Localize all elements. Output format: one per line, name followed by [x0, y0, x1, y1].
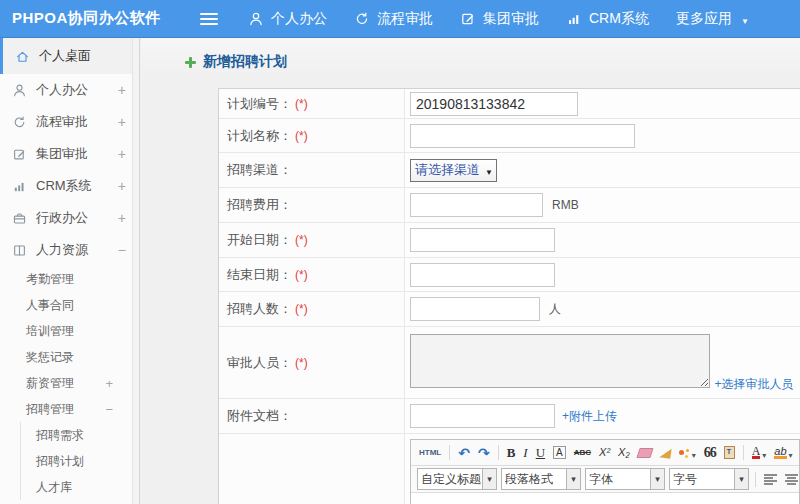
approver-textarea[interactable] — [410, 334, 710, 388]
field-label: 附件文档： — [227, 407, 292, 425]
topnav-item-label: 更多应用 — [676, 10, 732, 28]
select-arrow-icon[interactable] — [734, 469, 748, 489]
plan-number-input[interactable] — [410, 92, 578, 116]
editor-font-family-select[interactable]: 字体 — [585, 468, 665, 490]
topnav-item-group-approval[interactable]: 集团审批 — [460, 10, 539, 28]
expand-toggle-icon[interactable]: − — [118, 242, 126, 258]
select-value: 字体 — [586, 471, 650, 488]
form-row: 招聘人数： (*) 人 — [219, 292, 800, 327]
toolbar-separator — [755, 472, 756, 487]
editor-underline-button[interactable]: U — [533, 443, 548, 463]
approver-link[interactable]: +选择审批人员 — [714, 376, 793, 393]
editor-source-code-button[interactable]: HTML — [416, 443, 444, 463]
editor-blockquote-button[interactable]: 66 — [701, 443, 719, 463]
topnav-item-more-apps[interactable]: 更多应用 — [676, 10, 749, 28]
editor-font-border-button[interactable]: A — [550, 443, 569, 463]
sidebar-item-human-resources[interactable]: 人力资源 − — [0, 234, 139, 266]
topnav-item-workflow-approval[interactable]: 流程审批 — [354, 10, 433, 28]
topnav-item-personal-office[interactable]: 个人办公 — [248, 10, 327, 28]
field-label: 招聘人数： — [227, 300, 292, 318]
sidebar-item-personnel-contract[interactable]: 人事合同 — [0, 292, 139, 318]
sidebar-item-admin-office[interactable]: 行政办公 + — [0, 202, 139, 234]
editor-justify-left-button[interactable] — [761, 469, 780, 489]
topnav-item-label: 个人办公 — [271, 10, 327, 28]
sidebar-item-training-mgmt[interactable]: 培训管理 — [0, 318, 139, 344]
select-arrow-icon[interactable] — [566, 469, 580, 489]
sidebar-item-label: 人才库 — [36, 479, 72, 496]
sidebar-item-group-approval[interactable]: 集团审批 + — [0, 138, 139, 170]
sidebar-item-personal-desktop[interactable]: 个人桌面 — [0, 38, 139, 74]
sidebar-item-recruit-mgmt[interactable]: 招聘管理 − — [0, 396, 139, 422]
dropdown-caret-icon — [762, 444, 766, 462]
sidebar-item-label: 个人桌面 — [39, 47, 91, 65]
sidebar-item-recruit-demand[interactable]: 招聘需求 — [0, 422, 139, 448]
form-row: 招聘渠道： 请选择渠道 — [219, 153, 800, 188]
recruit-count-input[interactable] — [410, 297, 540, 321]
editor-italic-button[interactable]: I — [520, 443, 530, 463]
attachment-link[interactable]: +附件上传 — [562, 408, 617, 425]
editor-content-area[interactable] — [411, 493, 799, 504]
topnav-item-crm-system[interactable]: CRM系统 — [566, 10, 649, 28]
editor-strikethrough-button[interactable]: ABC — [571, 443, 594, 463]
sidebar-item-reward-punishment[interactable]: 奖惩记录 — [0, 344, 139, 370]
editor-subscript-button[interactable]: X₂ — [615, 443, 633, 463]
editor-font-size-select[interactable]: 字号 — [669, 468, 749, 490]
form-row: 审批人员： (*) +选择审批人员 — [219, 327, 800, 399]
hamburger-menu-icon[interactable] — [200, 18, 218, 20]
user-icon — [12, 83, 27, 98]
start-date-input[interactable] — [410, 228, 555, 252]
sidebar: 个人桌面 个人办公 + 流程审批 + 集团审批 — [0, 38, 140, 504]
editor-paste-text-button[interactable] — [721, 443, 738, 463]
editor-format-brush-button[interactable] — [657, 443, 674, 463]
select-arrow-icon[interactable] — [482, 469, 496, 489]
plan-name-input[interactable] — [410, 124, 635, 148]
sidebar-item-label: 薪资管理 — [26, 375, 74, 392]
briefcase-icon — [12, 211, 27, 226]
auto-typeset-icon — [679, 450, 684, 455]
justify-left-icon — [764, 474, 777, 485]
sidebar-item-personal-office[interactable]: 个人办公 + — [0, 74, 139, 106]
select-arrow-icon[interactable] — [650, 469, 664, 489]
editor-heading-select[interactable]: 自定义标题 — [417, 468, 497, 490]
recruit-channel-select[interactable]: 请选择渠道 — [410, 159, 497, 182]
expand-toggle-icon[interactable]: + — [105, 376, 113, 391]
editor-ordered-list-button[interactable] — [798, 443, 799, 463]
dropdown-caret-icon — [692, 444, 696, 462]
editor-undo-button[interactable]: ↶ — [455, 443, 473, 463]
expand-toggle-icon[interactable]: + — [118, 178, 126, 194]
redo-icon: ↷ — [478, 446, 490, 460]
editor-paragraph-select[interactable]: 段落格式 — [501, 468, 581, 490]
expand-toggle-icon[interactable]: + — [118, 210, 126, 226]
expand-toggle-icon[interactable]: + — [118, 114, 126, 130]
expand-toggle-icon[interactable]: − — [105, 402, 113, 417]
form-row: 计划编号： (*) — [219, 89, 800, 119]
attachment-input[interactable] — [410, 404, 555, 428]
toolbar-separator — [743, 445, 744, 460]
sidebar-item-recruit-plan[interactable]: 招聘计划 — [0, 448, 139, 474]
editor-fore-color-button[interactable]: A — [749, 443, 770, 463]
expand-toggle-icon[interactable]: + — [118, 82, 126, 98]
recruit-cost-input[interactable] — [410, 193, 543, 217]
sidebar-item-label: 人力资源 — [36, 241, 88, 259]
form-row: 结束日期： (*) — [219, 258, 800, 292]
field-label: 结束日期： — [227, 266, 292, 284]
sidebar-item-talent-pool[interactable]: 人才库 — [0, 474, 139, 500]
sidebar-item-attendance-mgmt[interactable]: 考勤管理 — [0, 266, 139, 292]
editor-superscript-button[interactable]: X² — [596, 443, 613, 463]
editor-redo-button[interactable]: ↷ — [475, 443, 493, 463]
sidebar-item-crm-system[interactable]: CRM系统 + — [0, 170, 139, 202]
sidebar-item-label: 奖惩记录 — [26, 349, 74, 366]
sidebar-scrollbar[interactable] — [132, 38, 139, 504]
editor-bold-button[interactable]: B — [504, 443, 519, 463]
editor-justify-center-button[interactable] — [782, 469, 799, 489]
expand-toggle-icon[interactable]: + — [118, 146, 126, 162]
editor-remove-format-button[interactable] — [635, 443, 655, 463]
sidebar-item-workflow-approval[interactable]: 流程审批 + — [0, 106, 139, 138]
editor-auto-typeset-button[interactable] — [676, 443, 699, 463]
justify-center-icon — [785, 474, 798, 485]
editor-toolbar-row2: 自定义标题 段落格式 — [411, 466, 799, 493]
sidebar-item-label: 行政办公 — [36, 209, 88, 227]
editor-back-color-button[interactable]: ab — [771, 443, 795, 463]
end-date-input[interactable] — [410, 263, 555, 287]
sidebar-item-salary-mgmt[interactable]: 薪资管理 + — [0, 370, 139, 396]
